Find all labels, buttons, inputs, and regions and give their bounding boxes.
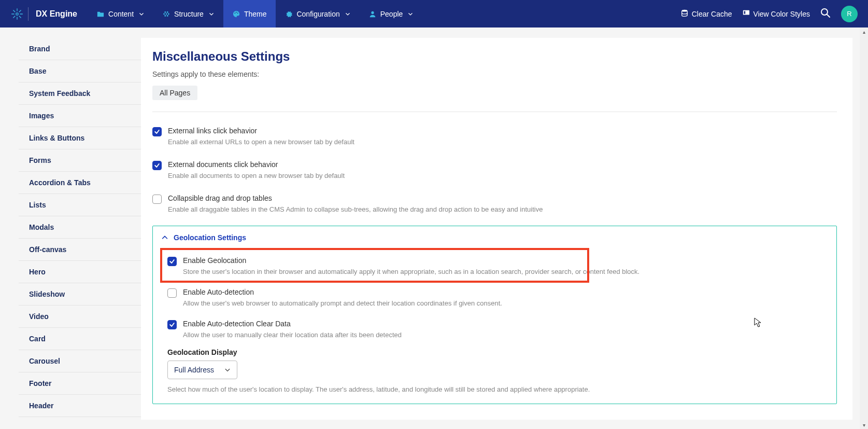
setting-body: Enable Auto-detectionAllow the user's we… bbox=[183, 288, 822, 307]
sidebar-item-accordion-tabs[interactable]: Accordion & Tabs bbox=[19, 172, 141, 194]
sidebar-item-hero[interactable]: Hero bbox=[19, 261, 141, 283]
brand[interactable]: DX Engine bbox=[0, 7, 88, 21]
setting-geo-0: Enable GeolocationStore the user's locat… bbox=[167, 251, 822, 283]
user-icon bbox=[369, 10, 376, 18]
top-navbar: DX Engine ContentStructureThemeConfigura… bbox=[0, 0, 868, 27]
nav-item-theme[interactable]: Theme bbox=[223, 0, 276, 27]
nav-item-structure[interactable]: Structure bbox=[153, 0, 223, 27]
sidebar-item-modals[interactable]: Modals bbox=[19, 216, 141, 239]
setting-label: External links click behavior bbox=[168, 127, 837, 135]
checkbox-geo-0[interactable] bbox=[167, 257, 177, 266]
chevron-up-icon bbox=[161, 234, 168, 241]
svg-point-2 bbox=[166, 13, 167, 15]
scroll-up-arrow[interactable]: ▴ bbox=[860, 27, 868, 36]
sidebar-item-video[interactable]: Video bbox=[19, 306, 141, 328]
sidebar-item-forms[interactable]: Forms bbox=[19, 149, 141, 172]
sidebar-item-links-buttons[interactable]: Links & Buttons bbox=[19, 127, 141, 149]
geolocation-body: Enable GeolocationStore the user's locat… bbox=[153, 249, 836, 404]
main-scroll[interactable]: Miscellaneous Settings Settings apply to… bbox=[141, 27, 868, 429]
divider bbox=[152, 112, 837, 112]
sidebar-item-card[interactable]: Card bbox=[19, 328, 141, 350]
search-icon bbox=[820, 8, 831, 18]
svg-point-3 bbox=[168, 13, 169, 15]
geolocation-panel: Geolocation Settings Enable GeolocationS… bbox=[152, 226, 837, 404]
sidebar-item-system-feedback[interactable]: System Feedback bbox=[19, 82, 141, 105]
brand-name: DX Engine bbox=[36, 9, 77, 19]
svg-line-16 bbox=[827, 15, 830, 17]
user-avatar[interactable]: R bbox=[841, 6, 858, 22]
svg-rect-14 bbox=[744, 11, 745, 14]
sidebar-item-lists[interactable]: Lists bbox=[19, 194, 141, 216]
checkbox-misc-2[interactable] bbox=[152, 195, 162, 204]
chevron-down-icon bbox=[408, 11, 413, 17]
nav-label: People bbox=[380, 10, 403, 18]
gear-icon bbox=[285, 10, 292, 18]
sidebar-item-images[interactable]: Images bbox=[19, 105, 141, 127]
brand-logo-icon bbox=[10, 7, 24, 21]
scrollbar-rail[interactable]: ▴ ▾ bbox=[860, 27, 868, 429]
nav-item-people[interactable]: People bbox=[360, 0, 423, 27]
setting-desc: Enable all documents to open a new brows… bbox=[168, 172, 837, 179]
checkbox-misc-0[interactable] bbox=[152, 127, 162, 136]
geolocation-display-label: Geolocation Display bbox=[167, 348, 822, 356]
setting-misc-2: Collapsible drag and drop tablesEnable a… bbox=[152, 189, 837, 223]
nav-items: ContentStructureThemeConfigurationPeople bbox=[88, 0, 422, 27]
clear-cache-label: Clear Cache bbox=[692, 10, 732, 18]
setting-body: Enable Auto-detection Clear DataAllow th… bbox=[183, 320, 822, 339]
setting-body: Enable GeolocationStore the user's locat… bbox=[183, 256, 822, 275]
setting-desc: Allow the user's web browser to automati… bbox=[183, 299, 822, 307]
scope-chip: All Pages bbox=[152, 86, 197, 100]
checkbox-misc-1[interactable] bbox=[152, 161, 162, 170]
setting-misc-1: External documents click behaviorEnable … bbox=[152, 155, 837, 189]
checkbox-geo-1[interactable] bbox=[167, 288, 177, 298]
svg-point-7 bbox=[167, 15, 168, 17]
setting-label: Enable Auto-detection Clear Data bbox=[183, 320, 822, 328]
sidebar-item-carousel[interactable]: Carousel bbox=[19, 350, 141, 372]
settings-sidebar: BrandBaseSystem FeedbackImagesLinks & Bu… bbox=[0, 27, 141, 429]
main-panel: Miscellaneous Settings Settings apply to… bbox=[141, 38, 852, 420]
chevron-down-icon bbox=[345, 11, 350, 17]
sidebar-item-slideshow[interactable]: Slideshow bbox=[19, 283, 141, 306]
folder-icon bbox=[97, 10, 104, 18]
geolocation-display-field: Geolocation Display Full Address Select … bbox=[167, 346, 822, 393]
setting-body: External links click behaviorEnable all … bbox=[168, 127, 837, 146]
nav-label: Content bbox=[108, 10, 134, 18]
sidebar-item-brand[interactable]: Brand bbox=[19, 38, 141, 60]
svg-point-12 bbox=[681, 10, 687, 12]
nav-item-configuration[interactable]: Configuration bbox=[276, 0, 359, 27]
nav-item-content[interactable]: Content bbox=[88, 0, 153, 27]
geolocation-header[interactable]: Geolocation Settings bbox=[153, 226, 836, 249]
sidebar-item-off-canvas[interactable]: Off-canvas bbox=[19, 239, 141, 261]
view-color-styles-label: View Color Styles bbox=[753, 10, 810, 18]
sidebar-item-base[interactable]: Base bbox=[19, 60, 141, 82]
setting-desc: Allow the user to manually clear their l… bbox=[183, 331, 822, 339]
palette-icon bbox=[233, 10, 240, 18]
sidebar-item-footer[interactable]: Footer bbox=[19, 372, 141, 395]
clear-cache-button[interactable]: Clear Cache bbox=[681, 9, 732, 18]
nav-label: Structure bbox=[174, 10, 204, 18]
svg-point-15 bbox=[821, 9, 828, 15]
chevron-down-icon bbox=[139, 11, 144, 17]
checkbox-geo-2[interactable] bbox=[167, 320, 177, 329]
setting-geo-2: Enable Auto-detection Clear DataAllow th… bbox=[167, 314, 822, 346]
svg-point-8 bbox=[234, 12, 235, 13]
setting-label: External documents click behavior bbox=[168, 160, 837, 169]
setting-body: Collapsible drag and drop tablesEnable a… bbox=[168, 194, 837, 213]
svg-point-11 bbox=[371, 11, 374, 13]
sidebar-item-header[interactable]: Header bbox=[19, 395, 141, 417]
nav-label: Theme bbox=[244, 10, 267, 18]
svg-point-5 bbox=[167, 11, 168, 13]
svg-point-9 bbox=[236, 11, 237, 12]
setting-geo-1: Enable Auto-detectionAllow the user's we… bbox=[167, 283, 822, 314]
search-button[interactable] bbox=[820, 8, 831, 20]
geolocation-display-select[interactable]: Full Address bbox=[167, 361, 237, 379]
database-icon bbox=[681, 9, 688, 18]
setting-label: Collapsible drag and drop tables bbox=[168, 194, 837, 202]
avatar-initial: R bbox=[847, 10, 851, 18]
nav-label: Configuration bbox=[296, 10, 339, 18]
view-color-styles-button[interactable]: View Color Styles bbox=[743, 9, 810, 18]
svg-point-10 bbox=[237, 12, 238, 13]
geolocation-display-desc: Select how much of the user's location t… bbox=[167, 385, 822, 393]
scroll-down-arrow[interactable]: ▾ bbox=[860, 421, 868, 429]
setting-label: Enable Geolocation bbox=[183, 256, 822, 265]
